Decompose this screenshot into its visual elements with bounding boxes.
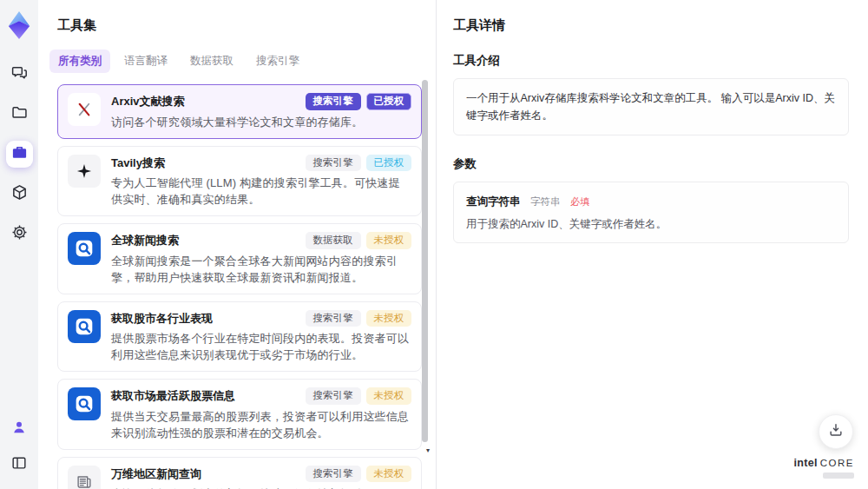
sidebar-nav bbox=[6, 61, 33, 248]
tool-description: 提供当天交易量最高的股票列表，投资者可以利用这些信息来识别流动性强的股票和潜在的… bbox=[111, 408, 411, 441]
tool-content: Arxiv文献搜索 搜索引擎 已授权 访问各个研究领域大量科学论文和文章的存储库… bbox=[111, 93, 411, 130]
category-badge: 搜索引擎 bbox=[306, 387, 361, 405]
auth-status-badge: 已授权 bbox=[366, 155, 412, 172]
newspaper-icon bbox=[68, 466, 101, 489]
auth-status-badge: 未授权 bbox=[366, 310, 412, 327]
brand-sub-mark bbox=[823, 472, 854, 479]
sidebar-item-toolbox[interactable] bbox=[6, 141, 33, 168]
tool-name: Tavily搜索 bbox=[111, 155, 306, 171]
tool-card[interactable]: Arxiv文献搜索 搜索引擎 已授权 访问各个研究领域大量科学论文和文章的存储库… bbox=[57, 84, 422, 139]
tool-name: Arxiv文献搜索 bbox=[111, 93, 306, 109]
brand-core-text: CORE bbox=[820, 458, 854, 468]
auth-status-badge: 已授权 bbox=[366, 93, 412, 110]
user-icon bbox=[10, 419, 28, 439]
scroll-down-icon[interactable]: ▾ bbox=[426, 446, 430, 454]
tool-content: 获取股市各行业表现 搜索引擎 未授权 提供股票市场各个行业在特定时间段内的表现。… bbox=[111, 310, 411, 364]
download-button[interactable] bbox=[819, 414, 853, 449]
folder-icon bbox=[10, 103, 29, 125]
intro-heading: 工具介绍 bbox=[453, 53, 849, 69]
tool-name: 获取市场最活跃股票信息 bbox=[111, 387, 306, 404]
parameter-description: 用于搜索的Arxiv ID、关键字或作者姓名。 bbox=[466, 217, 836, 232]
tool-content: 万维地区新闻查询 搜索引擎 未授权 查询具体行政区划内的新闻，快速了解各地新闻动 bbox=[111, 466, 411, 489]
bluesearch-icon bbox=[68, 310, 101, 343]
download-icon bbox=[827, 421, 845, 442]
tool-detail-panel: 工具详情 工具介绍 一个用于从Arxiv存储库搜索科学论文和文章的工具。 输入可… bbox=[437, 0, 868, 489]
detail-title: 工具详情 bbox=[453, 17, 849, 34]
category-tab[interactable]: 语言翻译 bbox=[115, 50, 176, 73]
params-heading: 参数 bbox=[453, 156, 849, 172]
tool-name: 全球新闻搜索 bbox=[111, 232, 306, 248]
intel-core-logo: intelCORE bbox=[794, 458, 854, 479]
tool-badges: 搜索引擎 未授权 bbox=[306, 466, 412, 483]
brand-intel-text: intel bbox=[794, 457, 818, 469]
parameter-name: 查询字符串 bbox=[466, 195, 521, 208]
scrollbar-thumb[interactable] bbox=[422, 80, 428, 442]
panel-toggle-icon bbox=[10, 454, 28, 475]
parameter-required-badge: 必填 bbox=[570, 196, 589, 207]
tool-list: Arxiv文献搜索 搜索引擎 已授权 访问各个研究领域大量科学论文和文章的存储库… bbox=[57, 84, 422, 489]
toolbox-icon bbox=[10, 143, 29, 165]
category-badge: 搜索引擎 bbox=[306, 93, 361, 110]
tool-badges: 数据获取 未授权 bbox=[306, 232, 412, 249]
sidebar-item-chat[interactable] bbox=[6, 61, 33, 88]
app-logo-icon[interactable] bbox=[6, 10, 32, 40]
tool-name: 获取股市各行业表现 bbox=[111, 310, 306, 327]
tool-content: Tavily搜索 搜索引擎 已授权 专为人工智能代理 (LLM) 构建的搜索引擎… bbox=[111, 155, 411, 208]
parameter-type: 字符串 bbox=[530, 196, 561, 207]
tavily-icon bbox=[68, 155, 101, 188]
sidebar-item-user[interactable] bbox=[7, 417, 31, 441]
tool-description: 提供股票市场各个行业在特定时间段内的表现。投资者可以利用这些信息来识别表现优于或… bbox=[111, 330, 411, 363]
category-tab[interactable]: 所有类别 bbox=[49, 50, 110, 73]
page-title: 工具集 bbox=[57, 17, 436, 34]
chat-icon bbox=[10, 63, 29, 85]
tool-card[interactable]: 获取市场最活跃股票信息 搜索引擎 未授权 提供当天交易量最高的股票列表，投资者可… bbox=[57, 379, 422, 450]
tool-description: 查询具体行政区划内的新闻，快速了解各地新闻动 bbox=[111, 486, 411, 489]
sidebar-item-gear[interactable] bbox=[6, 221, 33, 248]
category-badge: 数据获取 bbox=[306, 232, 361, 249]
tool-description: 访问各个研究领域大量科学论文和文章的存储库。 bbox=[111, 114, 411, 130]
tool-content: 全球新闻搜索 数据获取 未授权 全球新闻搜索是一个聚合全球各大新闻网站内容的搜索… bbox=[111, 232, 411, 286]
cube-icon bbox=[10, 183, 29, 205]
sidebar bbox=[0, 0, 38, 489]
auth-status-badge: 未授权 bbox=[366, 466, 412, 483]
tool-card[interactable]: 全球新闻搜索 数据获取 未授权 全球新闻搜索是一个聚合全球各大新闻网站内容的搜索… bbox=[57, 223, 422, 294]
tool-card[interactable]: 获取股市各行业表现 搜索引擎 未授权 提供股票市场各个行业在特定时间段内的表现。… bbox=[57, 301, 422, 373]
tool-badges: 搜索引擎 未授权 bbox=[306, 310, 412, 327]
parameter-item: 查询字符串 字符串 必填 用于搜索的Arxiv ID、关键字或作者姓名。 bbox=[453, 182, 849, 243]
gear-icon bbox=[10, 223, 29, 245]
auth-status-badge: 未授权 bbox=[366, 232, 412, 249]
tool-card[interactable]: 万维地区新闻查询 搜索引擎 未授权 查询具体行政区划内的新闻，快速了解各地新闻动 bbox=[57, 457, 422, 489]
tool-card[interactable]: Tavily搜索 搜索引擎 已授权 专为人工智能代理 (LLM) 构建的搜索引擎… bbox=[57, 146, 422, 217]
sidebar-bottom bbox=[7, 417, 31, 477]
tool-description: 全球新闻搜索是一个聚合全球各大新闻网站内容的搜索引擎，帮助用户快速获取全球最新资… bbox=[111, 253, 411, 286]
tool-badges: 搜索引擎 未授权 bbox=[306, 387, 412, 405]
category-tabs: 所有类别语言翻译数据获取搜索引擎 bbox=[49, 50, 436, 73]
auth-status-badge: 未授权 bbox=[366, 387, 412, 405]
category-tab[interactable]: 搜索引擎 bbox=[247, 50, 308, 73]
sidebar-item-panel-toggle[interactable] bbox=[7, 453, 31, 477]
scrollbar[interactable] bbox=[422, 76, 428, 451]
category-badge: 搜索引擎 bbox=[306, 466, 361, 483]
tool-list-panel: 工具集 所有类别语言翻译数据获取搜索引擎 Arxiv文献搜索 搜索引擎 已授权 … bbox=[38, 0, 437, 489]
category-badge: 搜索引擎 bbox=[306, 310, 361, 327]
sidebar-item-cube[interactable] bbox=[6, 181, 33, 208]
bluesearch-icon bbox=[68, 232, 101, 265]
category-badge: 搜索引擎 bbox=[306, 155, 361, 172]
tool-badges: 搜索引擎 已授权 bbox=[306, 93, 412, 110]
parameter-head: 查询字符串 字符串 必填 bbox=[466, 193, 836, 209]
app-window: 工具集 所有类别语言翻译数据获取搜索引擎 Arxiv文献搜索 搜索引擎 已授权 … bbox=[0, 0, 868, 489]
bluesearch-icon bbox=[68, 387, 101, 420]
tool-content: 获取市场最活跃股票信息 搜索引擎 未授权 提供当天交易量最高的股票列表，投资者可… bbox=[111, 387, 411, 441]
tool-name: 万维地区新闻查询 bbox=[111, 466, 306, 482]
intro-text: 一个用于从Arxiv存储库搜索科学论文和文章的工具。 输入可以是Arxiv ID… bbox=[453, 78, 849, 135]
sidebar-item-folder[interactable] bbox=[6, 101, 33, 128]
category-tab[interactable]: 数据获取 bbox=[181, 50, 242, 73]
arxiv-icon bbox=[68, 93, 101, 126]
tool-badges: 搜索引擎 已授权 bbox=[306, 155, 412, 172]
tool-description: 专为人工智能代理 (LLM) 构建的搜索引擎工具。可快速提供实时、准确和真实的结… bbox=[111, 175, 411, 208]
